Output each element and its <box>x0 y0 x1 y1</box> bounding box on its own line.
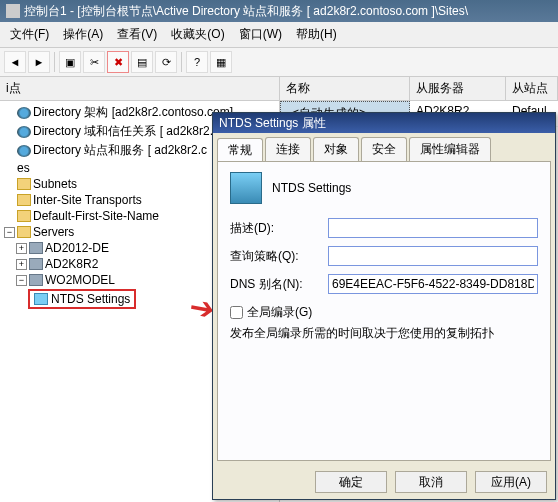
help-button[interactable]: ? <box>186 51 208 73</box>
menu-file[interactable]: 文件(F) <box>4 24 55 45</box>
tree-node[interactable]: Directory 站点和服务 [ ad2k8r2.c <box>33 142 207 159</box>
query-input[interactable] <box>328 246 538 266</box>
folder-icon <box>17 210 31 222</box>
tree-node[interactable]: Inter-Site Transports <box>33 193 142 207</box>
tab-general[interactable]: 常规 <box>217 138 263 162</box>
col-name[interactable]: 名称 <box>280 77 410 100</box>
menu-help[interactable]: 帮助(H) <box>290 24 343 45</box>
menu-action[interactable]: 操作(A) <box>57 24 109 45</box>
folder-icon <box>17 178 31 190</box>
tree-node-selected[interactable]: NTDS Settings <box>28 289 136 309</box>
window-titlebar: 控制台1 - [控制台根节点\Active Directory 站点和服务 [ … <box>0 0 558 22</box>
extra-button[interactable]: ▦ <box>210 51 232 73</box>
tree-node[interactable]: AD2012-DE <box>45 241 109 255</box>
tab-security[interactable]: 安全 <box>361 137 407 161</box>
tab-connections[interactable]: 连接 <box>265 137 311 161</box>
col-from-site[interactable]: 从站点 <box>506 77 558 100</box>
forward-button[interactable]: ► <box>28 51 50 73</box>
tree-node-label: NTDS Settings <box>51 292 130 306</box>
col-from-server[interactable]: 从服务器 <box>410 77 506 100</box>
settings-icon <box>34 293 48 305</box>
menu-window[interactable]: 窗口(W) <box>233 24 288 45</box>
app-icon <box>6 4 20 18</box>
menu-view[interactable]: 查看(V) <box>111 24 163 45</box>
window-title: 控制台1 - [控制台根节点\Active Directory 站点和服务 [ … <box>24 3 468 20</box>
tab-attr-editor[interactable]: 属性编辑器 <box>409 137 491 161</box>
menu-favorites[interactable]: 收藏夹(O) <box>165 24 230 45</box>
tree-node[interactable]: Directory 域和信任关系 [ ad2k8r2. <box>33 123 213 140</box>
tree-node[interactable]: Default-First-Site-Name <box>33 209 159 223</box>
query-label: 查询策略(Q): <box>230 248 322 265</box>
toolbar-separator <box>54 52 55 72</box>
desc-label: 描述(D): <box>230 220 322 237</box>
globe-icon <box>17 126 31 138</box>
back-button[interactable]: ◄ <box>4 51 26 73</box>
dialog-title: NTDS Settings 属性 <box>219 115 326 132</box>
properties-dialog: NTDS Settings 属性 常规 连接 对象 安全 属性编辑器 NTDS … <box>212 112 556 500</box>
up-button[interactable]: ▣ <box>59 51 81 73</box>
gc-note: 发布全局编录所需的时间取决于您使用的复制拓扑 <box>230 325 538 342</box>
tree-node[interactable]: Directory 架构 [ad2k8r2.contoso.com] <box>33 104 233 121</box>
server-icon <box>29 242 43 254</box>
dialog-titlebar[interactable]: NTDS Settings 属性 <box>213 113 555 133</box>
apply-button[interactable]: 应用(A) <box>475 471 547 493</box>
toolbar: ◄ ► ▣ ✂ ✖ ▤ ⟳ ? ▦ <box>0 48 558 77</box>
desc-input[interactable] <box>328 218 538 238</box>
cancel-button[interactable]: 取消 <box>395 471 467 493</box>
globe-icon <box>17 145 31 157</box>
tree-node[interactable]: WO2MODEL <box>45 273 115 287</box>
refresh-button[interactable]: ⟳ <box>155 51 177 73</box>
folder-icon <box>17 226 31 238</box>
gc-checkbox[interactable] <box>230 306 243 319</box>
dns-input[interactable] <box>328 274 538 294</box>
dialog-tabs: 常规 连接 对象 安全 属性编辑器 <box>213 133 555 161</box>
ntds-icon <box>230 172 262 204</box>
menubar: 文件(F) 操作(A) 查看(V) 收藏夹(O) 窗口(W) 帮助(H) <box>0 22 558 48</box>
tree-node[interactable]: AD2K8R2 <box>45 257 98 271</box>
dialog-panel: NTDS Settings 描述(D): 查询策略(Q): DNS 别名(N):… <box>217 161 551 461</box>
server-icon <box>29 258 43 270</box>
globe-icon <box>17 107 31 119</box>
tree-node[interactable]: Servers <box>33 225 74 239</box>
properties-button[interactable]: ▤ <box>131 51 153 73</box>
cut-button[interactable]: ✂ <box>83 51 105 73</box>
tab-object[interactable]: 对象 <box>313 137 359 161</box>
expand-icon[interactable]: + <box>16 259 27 270</box>
toolbar-separator <box>181 52 182 72</box>
tree-node[interactable]: es <box>17 161 30 175</box>
delete-button[interactable]: ✖ <box>107 51 129 73</box>
tree-header: i点 <box>0 77 279 101</box>
expand-icon[interactable]: − <box>4 227 15 238</box>
server-icon <box>29 274 43 286</box>
gc-label: 全局编录(G) <box>247 304 312 321</box>
panel-heading: NTDS Settings <box>272 181 351 195</box>
ok-button[interactable]: 确定 <box>315 471 387 493</box>
list-header: 名称 从服务器 从站点 <box>280 77 558 101</box>
expand-icon[interactable]: + <box>16 243 27 254</box>
expand-icon[interactable]: − <box>16 275 27 286</box>
tree-node[interactable]: Subnets <box>33 177 77 191</box>
dialog-buttons: 确定 取消 应用(A) <box>213 465 555 499</box>
folder-icon <box>17 194 31 206</box>
dns-label: DNS 别名(N): <box>230 276 322 293</box>
